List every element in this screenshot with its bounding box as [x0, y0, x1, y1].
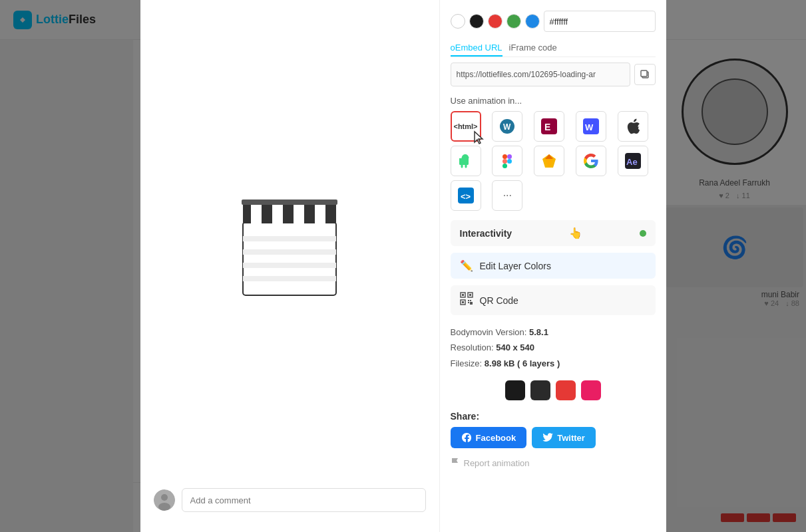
svg-rect-54	[470, 302, 473, 305]
report-animation-button[interactable]: Report animation	[451, 458, 656, 469]
svg-text:E: E	[544, 122, 550, 132]
modal-overlay: #ffffff oEmbed URL iFrame code https://l…	[0, 0, 806, 532]
edit-layer-label: Edit Layer Colors	[480, 261, 551, 271]
integration-apple[interactable]	[618, 111, 648, 142]
svg-rect-52	[470, 300, 471, 301]
modal-comment-input[interactable]	[182, 488, 426, 512]
twitter-share-button[interactable]: Twitter	[532, 427, 596, 448]
filesize-label: Filesize:	[451, 358, 483, 368]
integration-sketch[interactable]	[534, 146, 564, 176]
interactivity-icon: 👆	[569, 227, 582, 239]
svg-rect-34	[503, 159, 507, 164]
copy-url-button[interactable]	[634, 64, 656, 85]
edit-pencil-icon: ✏️	[460, 259, 473, 272]
svg-point-21	[158, 503, 170, 511]
svg-text:<>: <>	[461, 192, 471, 201]
integration-android[interactable]	[451, 146, 481, 176]
interactivity-row[interactable]: Interactivity 👆	[451, 220, 656, 246]
integration-html[interactable]: <html>	[451, 111, 481, 142]
tab-iframe[interactable]: iFrame code	[509, 40, 557, 57]
integration-google[interactable]	[576, 146, 606, 176]
more-label: ···	[503, 190, 512, 201]
svg-point-20	[161, 494, 168, 501]
svg-rect-17	[315, 202, 325, 223]
modal-right-panel: #ffffff oEmbed URL iFrame code https://l…	[440, 0, 666, 532]
qr-code-button[interactable]: QR Code	[451, 285, 656, 315]
svg-text:W: W	[503, 122, 511, 132]
qr-label: QR Code	[480, 295, 518, 306]
swatch-green[interactable]	[506, 14, 521, 29]
svg-rect-53	[468, 302, 469, 303]
filesize-value: 8.98 kB ( 6 layers )	[485, 358, 560, 368]
svg-text:Ae: Ae	[626, 157, 638, 167]
facebook-label: Facebook	[476, 433, 516, 443]
integration-more[interactable]: ···	[492, 180, 522, 211]
modal: #ffffff oEmbed URL iFrame code https://l…	[140, 0, 666, 532]
svg-point-37	[507, 159, 512, 164]
svg-rect-50	[462, 301, 464, 303]
animation-preview	[154, 13, 426, 471]
svg-point-31	[463, 156, 465, 158]
svg-rect-14	[251, 202, 262, 223]
svg-rect-51	[468, 300, 469, 301]
swatch-red[interactable]	[488, 14, 503, 29]
report-flag-svg	[451, 458, 460, 467]
bodymovin-value: 5.8.1	[529, 327, 548, 337]
swatch-white[interactable]	[451, 14, 465, 29]
integration-grid: <html> W	[451, 111, 656, 211]
svg-text:W: W	[585, 122, 594, 132]
green-status-dot	[640, 230, 646, 237]
color-hex-input[interactable]: #ffffff	[544, 11, 656, 32]
integration-webflow[interactable]: W	[576, 111, 606, 142]
svg-marker-24	[475, 132, 483, 144]
color-palette	[451, 380, 656, 400]
palette-dot-3[interactable]	[556, 380, 576, 400]
svg-rect-8	[243, 222, 336, 295]
svg-rect-18	[242, 200, 337, 205]
svg-rect-35	[503, 164, 507, 168]
integration-vscode[interactable]: <>	[451, 180, 481, 211]
svg-rect-46	[462, 294, 464, 296]
swatch-black[interactable]	[469, 14, 484, 29]
integration-wordpress[interactable]: W	[492, 111, 522, 142]
qr-icon	[460, 292, 473, 309]
share-label: Share:	[451, 411, 656, 422]
swatch-blue[interactable]	[525, 14, 540, 29]
report-label: Report animation	[464, 458, 530, 468]
modal-comment-area	[154, 481, 426, 519]
modal-avatar	[154, 489, 175, 511]
version-info: Bodymovin Version: 5.8.1 Resolution: 540…	[451, 325, 656, 371]
interactivity-label: Interactivity	[460, 228, 512, 239]
use-animation-label: Use animation in...	[451, 96, 656, 106]
palette-dot-2[interactable]	[530, 380, 550, 400]
edit-layer-colors-button[interactable]: ✏️ Edit Layer Colors	[451, 253, 656, 279]
svg-rect-48	[469, 294, 471, 296]
facebook-icon	[461, 432, 472, 443]
integration-figma[interactable]	[492, 146, 522, 176]
palette-dot-4[interactable]	[581, 380, 601, 400]
twitter-label: Twitter	[557, 433, 585, 443]
palette-dot-1[interactable]	[505, 380, 525, 400]
twitter-icon	[542, 433, 553, 442]
integration-ae[interactable]: Ae	[618, 146, 648, 176]
tab-oembed[interactable]: oEmbed URL	[451, 40, 503, 57]
share-buttons: Facebook Twitter	[451, 427, 656, 448]
resolution-value: 540 x 540	[496, 342, 534, 352]
clapperboard-svg	[223, 176, 356, 309]
svg-rect-33	[503, 154, 507, 159]
facebook-share-button[interactable]: Facebook	[451, 427, 527, 448]
html-label: <html>	[453, 122, 477, 130]
svg-rect-36	[507, 154, 512, 159]
resolution-label: Resolution:	[451, 342, 494, 352]
url-input-row: https://lottiefiles.com/102695-loading-a…	[451, 63, 656, 86]
integration-elementor[interactable]: E	[534, 111, 564, 142]
bodymovin-label: Bodymovin Version:	[451, 327, 527, 337]
url-tabs: oEmbed URL iFrame code	[451, 40, 656, 57]
svg-rect-16	[294, 202, 304, 223]
svg-point-32	[466, 156, 467, 158]
modal-left-panel	[140, 0, 440, 532]
url-display: https://lottiefiles.com/102695-loading-a…	[451, 63, 630, 86]
svg-rect-15	[272, 202, 283, 223]
color-swatches-row: #ffffff	[451, 11, 656, 32]
flag-icon	[451, 458, 460, 469]
